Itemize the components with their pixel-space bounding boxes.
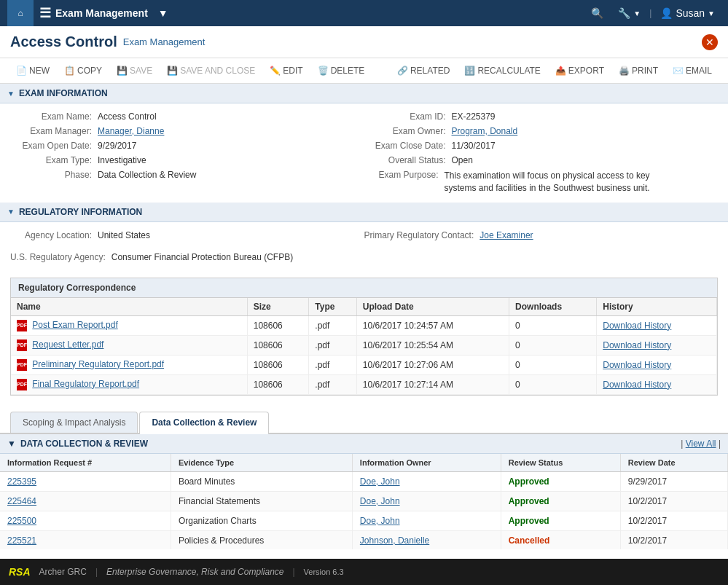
regulatory-left: Agency Location: United States xyxy=(10,228,364,243)
exam-close-date-label: Exam Close Date: xyxy=(364,141,452,151)
reg-file-link[interactable]: Final Regulatory Report.pdf xyxy=(32,379,139,389)
app-menu-button[interactable]: ▼ xyxy=(152,4,174,22)
tab-scoping[interactable]: Scoping & Impact Analysis xyxy=(10,412,138,433)
exam-owner-label: Exam Owner: xyxy=(364,126,452,136)
tools-button[interactable]: 🔧 ▼ xyxy=(612,4,646,22)
reg-cell-history: Download History xyxy=(597,315,717,335)
save-close-button[interactable]: 💾 SAVE AND CLOSE xyxy=(161,63,261,79)
exam-info-left: Exam Name: Access Control Exam Manager: … xyxy=(10,109,364,197)
reg-cell-type: .pdf xyxy=(309,335,356,355)
reg-cell-name: PDF Preliminary Regulatory Report.pdf xyxy=(11,355,247,374)
related-button[interactable]: 🔗 RELATED xyxy=(391,63,455,79)
home-button[interactable]: ⌂ xyxy=(7,0,34,26)
reg-file-link[interactable]: Preliminary Regulatory Report.pdf xyxy=(32,359,164,369)
app-brand: ☰ Exam Management ▼ xyxy=(39,4,585,22)
copy-icon: 📋 xyxy=(64,66,75,76)
tab-data-collection[interactable]: Data Collection & Review xyxy=(139,412,269,434)
new-label: NEW xyxy=(29,66,50,76)
view-all-link[interactable]: View All xyxy=(686,439,716,449)
pdf-icon: PDF xyxy=(17,339,27,351)
user-menu-button[interactable]: 👤 Susan ▼ xyxy=(654,4,721,22)
download-history-link[interactable]: Download History xyxy=(603,340,671,350)
request-num-link[interactable]: 225464 xyxy=(7,496,36,506)
download-history-link[interactable]: Download History xyxy=(603,360,671,370)
info-owner-link[interactable]: Doe, John xyxy=(360,496,400,506)
request-num-link[interactable]: 225395 xyxy=(7,476,36,487)
new-button[interactable]: 📄 NEW xyxy=(10,63,55,79)
email-icon: ✉️ xyxy=(673,66,684,76)
primary-regulatory-value[interactable]: Joe Examiner xyxy=(480,230,533,240)
data-cell-info-owner: Doe, John xyxy=(352,511,501,530)
download-history-link[interactable]: Download History xyxy=(603,321,671,331)
data-cell-review-date: 10/2/2017 xyxy=(620,491,727,511)
exam-open-date-row: Exam Open Date: 9/29/2017 xyxy=(10,138,364,153)
export-button[interactable]: 📤 EXPORT xyxy=(549,63,610,79)
regulatory-section-title: REGULATORY INFORMATION xyxy=(19,207,142,217)
reg-cell-size: 108606 xyxy=(247,355,309,374)
data-cell-review-status: Approved xyxy=(501,491,620,511)
info-owner-link[interactable]: Doe, John xyxy=(360,476,400,487)
reg-table-container: Regulatory Correspondence Name Size Type… xyxy=(10,278,718,396)
status-badge: Approved xyxy=(509,516,549,526)
bottom-bar: RSA Archer GRC | Enterprise Governance, … xyxy=(0,559,728,585)
exam-open-date-value: 9/29/2017 xyxy=(98,141,136,151)
data-table-row: 225500 Organization Charts Doe, John App… xyxy=(0,511,728,530)
exam-owner-row: Exam Owner: Program, Donald xyxy=(364,124,719,138)
exam-owner-value[interactable]: Program, Donald xyxy=(452,126,518,136)
user-name: Susan xyxy=(676,7,705,19)
edit-button[interactable]: ✏️ EDIT xyxy=(264,63,308,79)
delete-button[interactable]: 🗑️ DELETE xyxy=(312,63,371,79)
exam-purpose-row: Exam Purpose: This examination will focu… xyxy=(364,168,719,197)
reg-cell-type: .pdf xyxy=(309,374,356,394)
data-collection-section-header: ▼ DATA COLLECTION & REVIEW | View All | xyxy=(0,434,728,454)
info-owner-link[interactable]: Doe, John xyxy=(360,516,400,526)
reg-table-row: PDF Preliminary Regulatory Report.pdf 10… xyxy=(11,355,717,374)
print-button[interactable]: 🖨️ PRINT xyxy=(613,63,664,79)
reg-file-link[interactable]: Request Letter.pdf xyxy=(32,339,103,350)
data-table-body: 225395 Board Minutes Doe, John Approved … xyxy=(0,471,728,549)
pdf-icon: PDF xyxy=(17,359,27,371)
exam-manager-value[interactable]: Manager, Dianne xyxy=(98,126,164,136)
reg-cell-upload-date: 10/6/2017 10:27:06 AM xyxy=(356,355,509,374)
export-label: EXPORT xyxy=(568,66,604,76)
rsa-logo: RSA xyxy=(9,566,31,578)
save-button[interactable]: 💾 SAVE xyxy=(111,63,158,79)
agency-location-label: Agency Location: xyxy=(10,230,98,240)
info-owner-link[interactable]: Johnson, Danielle xyxy=(360,535,429,546)
reg-cell-history: Download History xyxy=(597,374,717,394)
email-button[interactable]: ✉️ EMAIL xyxy=(667,63,718,79)
close-icon: ✕ xyxy=(705,36,714,48)
bottom-separator-1: | xyxy=(95,567,98,577)
close-button[interactable]: ✕ xyxy=(702,34,718,50)
regulatory-triangle: ▼ xyxy=(7,208,15,216)
request-num-link[interactable]: 225521 xyxy=(7,535,36,546)
toolbar: 📄 NEW 📋 COPY 💾 SAVE 💾 SAVE AND CLOSE ✏️ … xyxy=(0,58,728,84)
download-history-link[interactable]: Download History xyxy=(603,380,671,390)
save-icon: 💾 xyxy=(117,66,128,76)
copy-button[interactable]: 📋 COPY xyxy=(58,63,108,79)
reg-cell-name: PDF Final Regulatory Report.pdf xyxy=(11,374,247,394)
reg-cell-upload-date: 10/6/2017 10:27:14 AM xyxy=(356,374,509,394)
delete-label: DELETE xyxy=(331,66,365,76)
search-button[interactable]: 🔍 xyxy=(585,4,609,22)
data-table-row: 225521 Policies & Procedures Johnson, Da… xyxy=(0,530,728,549)
regulatory-fields-grid: Agency Location: United States Primary R… xyxy=(0,222,728,248)
reg-file-link[interactable]: Post Exam Report.pdf xyxy=(32,320,117,330)
reg-cell-history: Download History xyxy=(597,355,717,374)
exam-id-row: Exam ID: EX-225379 xyxy=(364,109,719,124)
product-name: Archer GRC xyxy=(39,567,87,577)
col-review-status: Review Status xyxy=(501,454,620,472)
exam-info-section-header[interactable]: ▼ EXAM INFORMATION xyxy=(0,84,728,103)
data-collection-title-text: DATA COLLECTION & REVIEW xyxy=(20,439,148,449)
data-collection-table: Information Request # Evidence Type Info… xyxy=(0,454,728,549)
email-label: EMAIL xyxy=(686,66,712,76)
recalculate-button[interactable]: 🔢 RECALCULATE xyxy=(458,63,546,79)
request-num-link[interactable]: 225500 xyxy=(7,516,36,526)
regulatory-section-header[interactable]: ▼ REGULATORY INFORMATION xyxy=(0,203,728,222)
exam-section-title: EXAM INFORMATION xyxy=(19,88,108,98)
data-collection-title: ▼ DATA COLLECTION & REVIEW xyxy=(7,439,148,449)
exam-type-label: Exam Type: xyxy=(10,155,98,165)
exam-name-row: Exam Name: Access Control xyxy=(10,109,364,124)
app-name: Exam Management xyxy=(55,7,148,19)
data-cell-info-owner: Doe, John xyxy=(352,471,501,491)
